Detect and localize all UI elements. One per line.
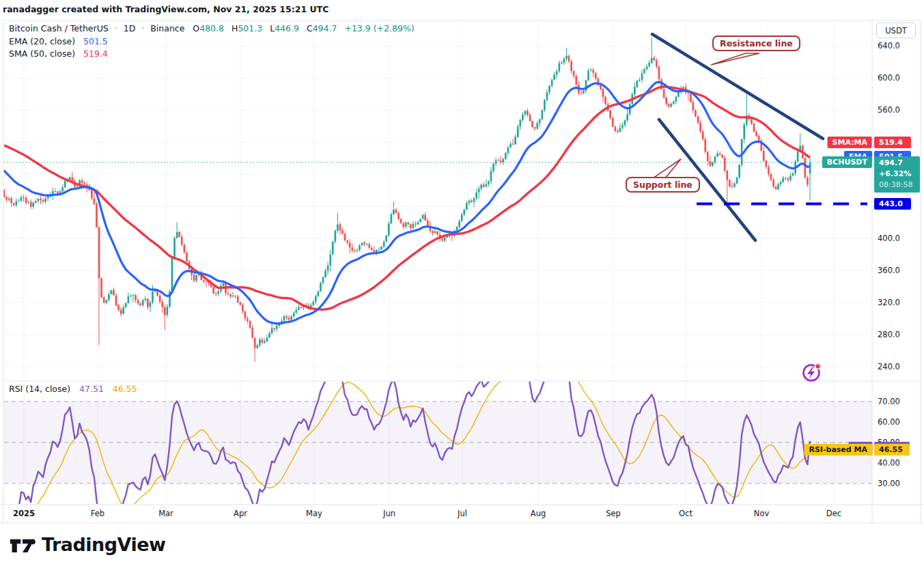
candle [436,231,438,235]
candle [378,249,380,250]
candle [626,114,628,120]
price-tick-label: 400.0 [878,234,900,243]
candle [656,61,658,67]
candle [139,303,141,305]
candle [91,190,93,198]
candle [531,122,533,128]
candle [621,125,624,128]
tradingview-chart-widget: ranadagger created with TradingView.com,… [0,0,924,564]
candle [152,292,154,302]
ohlc-low: L446.9 [270,23,304,33]
candle [161,302,163,307]
candle [573,71,575,76]
candle [663,89,665,97]
candle [488,181,490,184]
candle [361,243,363,246]
candle [339,225,341,231]
resistance-callout[interactable]: Resistance line [712,36,800,51]
candle [707,152,709,161]
symbol-legend[interactable]: Bitcoin Cash / TetherUS · 1D · Binance O… [9,23,419,33]
candle [731,186,733,187]
candle [695,111,697,117]
candle [534,127,536,128]
candle [519,120,521,127]
tradingview-logo-text: TradingView [42,534,166,555]
candle [164,307,166,315]
ema-legend[interactable]: EMA (20, close) 501.5 [9,36,108,46]
flash-idea-icon[interactable] [804,364,821,381]
rsi-ma-name-tag[interactable]: RSI-based MA [804,444,872,455]
candle [283,316,285,321]
candles-layer[interactable] [3,38,811,362]
candle [35,201,37,203]
candle [503,159,505,163]
candle [789,175,792,180]
sma-price-value-badge[interactable]: 519.4 [874,137,911,148]
candle [125,303,127,307]
candle [542,110,544,119]
candle [273,328,275,329]
candle [10,199,12,203]
symbol-countdown-badge[interactable]: 494.7+6.32%08:38:58 [874,156,920,193]
candle [733,184,736,187]
candle [486,184,488,187]
candle [167,307,169,315]
candle [98,227,100,279]
chart-canvas[interactable] [0,0,924,564]
time-axis-label: Mar [158,509,173,518]
symbol-name-tag[interactable]: BCHUSDT [822,156,872,168]
candle [320,283,322,292]
candle [471,201,473,202]
sma-value: 519.4 [83,48,108,59]
currency-toggle-button[interactable]: USDT [876,23,916,38]
candle [244,311,247,318]
candle [551,80,553,86]
sma-50-line[interactable] [4,87,810,309]
candle [322,277,324,283]
candle [271,328,273,334]
candle [536,123,538,128]
tradingview-logo[interactable]: TradingView [9,534,166,555]
candle [670,104,672,107]
candle [441,239,443,240]
candle [181,237,183,245]
candle [105,300,107,303]
candle [400,219,402,223]
candle [787,179,789,180]
separator: · [141,23,144,33]
price-tick-label: 640.0 [878,41,900,51]
candle [527,111,529,115]
candle [315,296,317,302]
candle [604,97,606,104]
candle [721,155,723,158]
candle [217,292,219,294]
sma-legend[interactable]: SMA (50, close) 519.4 [9,48,108,59]
candle [410,224,412,228]
candle [176,232,178,238]
rsi-ma-value-badge[interactable]: 46.55 [874,444,910,455]
candle [395,210,397,213]
candle [517,127,519,137]
candle [349,242,351,247]
ohlc-open: O480.8 [193,23,229,33]
candle [617,131,619,132]
sma-price-name-tag[interactable]: SMA:MA [828,137,872,148]
ema-20-line[interactable] [4,82,810,324]
candle [417,222,419,225]
level-value-badge[interactable]: 443.0 [874,198,911,210]
candle [173,238,176,258]
candle [20,197,23,201]
support-callout-tail [653,159,681,178]
candle [215,294,217,294]
candle [809,163,811,173]
candle [600,85,602,89]
notification-dot [815,364,821,369]
candle [692,102,695,111]
candle [646,66,648,69]
rsi-legend[interactable]: RSI (14, close) 47.51 46.55 [9,384,137,394]
candle [120,310,122,314]
candle [654,58,656,61]
candle [300,307,303,308]
support-callout[interactable]: Support line [626,177,700,193]
countdown-line: 08:38:58 [879,180,920,191]
